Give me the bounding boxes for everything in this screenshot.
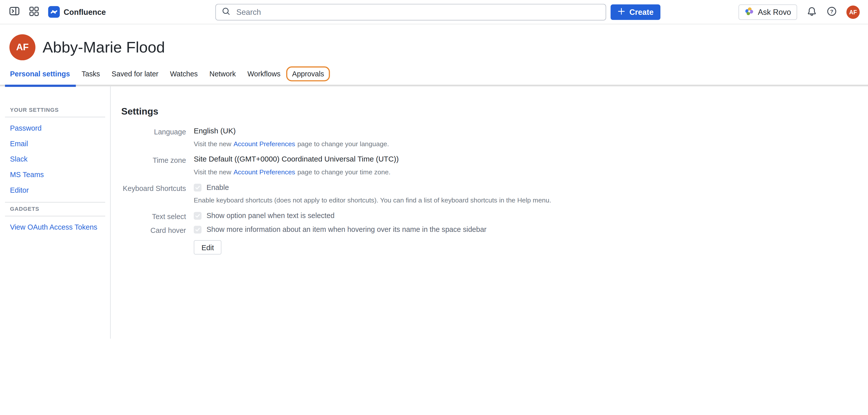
notifications-button[interactable] xyxy=(806,6,817,18)
top-nav: Confluence Create xyxy=(0,0,868,24)
help-icon: ? xyxy=(827,6,837,18)
tab-saved-for-later[interactable]: Saved for later xyxy=(112,70,158,78)
profile-name: Abby-Marie Flood xyxy=(43,38,165,56)
keyboard-shortcuts-description: Enable keyboard shortcuts (does not appl… xyxy=(194,196,857,204)
tab-watches[interactable]: Watches xyxy=(170,70,198,78)
edit-button[interactable]: Edit xyxy=(194,240,222,254)
account-preferences-link[interactable]: Account Preferences xyxy=(234,140,295,148)
card-hover-checkbox-label: Show more information about an item when… xyxy=(207,225,487,234)
card-hover-label: Card hover xyxy=(121,225,186,235)
sidebar-item-slack[interactable]: Slack xyxy=(5,151,105,166)
language-label: Language xyxy=(121,127,186,136)
settings-title: Settings xyxy=(121,106,857,117)
search-input[interactable] xyxy=(235,7,600,17)
sidebar-item-view-oauth-tokens[interactable]: View OAuth Access Tokens xyxy=(5,219,105,235)
text-select-row: Text select Show option panel when text … xyxy=(121,211,857,221)
keyboard-shortcuts-label: Keyboard Shortcuts xyxy=(121,183,186,192)
profile-tab-bar: Personal settings Tasks Saved for later … xyxy=(0,66,868,86)
note-text: page to change your language. xyxy=(297,140,389,148)
tab-tasks[interactable]: Tasks xyxy=(82,70,100,78)
rovo-icon xyxy=(745,6,754,18)
confluence-settings-page: Confluence Create xyxy=(0,0,868,415)
tab-workflows[interactable]: Workflows xyxy=(248,70,281,78)
settings-sidebar: YOUR SETTINGS Password Email Slack MS Te… xyxy=(0,87,111,339)
divider xyxy=(5,202,105,202)
create-button[interactable]: Create xyxy=(611,4,660,20)
divider xyxy=(5,216,105,216)
card-hover-checkbox[interactable] xyxy=(194,226,202,233)
plus-icon xyxy=(617,7,625,17)
timezone-value: Site Default ((GMT+0000) Coordinated Uni… xyxy=(194,155,857,163)
keyboard-shortcuts-row: Keyboard Shortcuts Enable Enable keyboar… xyxy=(121,183,857,204)
gadgets-heading: GADGETS xyxy=(5,206,105,212)
search-icon xyxy=(221,6,231,18)
confluence-logo-icon xyxy=(48,6,60,18)
card-hover-row: Card hover Show more information about a… xyxy=(121,225,857,235)
product-name: Confluence xyxy=(64,7,106,16)
profile-header: AF Abby-Marie Flood xyxy=(0,24,868,60)
your-settings-heading: YOUR SETTINGS xyxy=(5,107,105,113)
keyboard-shortcuts-checkbox[interactable] xyxy=(194,183,202,191)
divider xyxy=(5,117,105,117)
check-icon xyxy=(195,213,200,218)
edit-row: Edit xyxy=(121,239,857,255)
text-select-label: Text select xyxy=(121,211,186,221)
ask-rovo-button[interactable]: Ask Rovo xyxy=(739,4,797,20)
svg-text:?: ? xyxy=(830,8,833,14)
expand-sidebar-button[interactable] xyxy=(9,5,20,18)
check-icon xyxy=(195,227,200,232)
timezone-row: Time zone Site Default ((GMT+0000) Coord… xyxy=(121,155,857,176)
sidebar-item-password[interactable]: Password xyxy=(5,120,105,136)
account-preferences-link[interactable]: Account Preferences xyxy=(234,168,295,176)
timezone-note: Visit the newAccount Preferencespage to … xyxy=(194,168,857,176)
text-select-checkbox-label: Show option panel when text is selected xyxy=(207,211,335,220)
user-avatar[interactable]: AF xyxy=(846,5,860,19)
confluence-home-link[interactable]: Confluence xyxy=(48,6,106,18)
timezone-label: Time zone xyxy=(121,155,186,164)
profile-avatar: AF xyxy=(9,34,35,61)
language-note: Visit the newAccount Preferencespage to … xyxy=(194,140,857,148)
language-value: English (UK) xyxy=(194,127,857,135)
app-switcher-icon xyxy=(29,6,39,18)
note-text: page to change your time zone. xyxy=(297,168,390,176)
note-text: Visit the new xyxy=(194,168,231,176)
language-row: Language English (UK) Visit the newAccou… xyxy=(121,127,857,148)
create-button-label: Create xyxy=(629,8,654,17)
tab-network[interactable]: Network xyxy=(209,70,236,78)
ask-rovo-label: Ask Rovo xyxy=(758,8,791,17)
sidebar-item-editor[interactable]: Editor xyxy=(5,182,105,198)
sidebar-expand-icon xyxy=(9,5,20,18)
keyboard-shortcuts-checkbox-label: Enable xyxy=(207,183,229,191)
settings-panel: Settings Language English (UK) Visit the… xyxy=(111,87,868,339)
tab-approvals[interactable]: Approvals xyxy=(286,66,330,81)
search-bar[interactable] xyxy=(215,4,606,20)
bell-icon xyxy=(806,6,817,18)
sidebar-item-email[interactable]: Email xyxy=(5,136,105,151)
note-text: Visit the new xyxy=(194,140,231,148)
app-switcher-button[interactable] xyxy=(29,6,39,18)
check-icon xyxy=(195,185,200,190)
help-button[interactable]: ? xyxy=(827,6,837,18)
sidebar-item-ms-teams[interactable]: MS Teams xyxy=(5,166,105,182)
text-select-checkbox[interactable] xyxy=(194,212,202,220)
tab-personal-settings[interactable]: Personal settings xyxy=(10,70,70,78)
